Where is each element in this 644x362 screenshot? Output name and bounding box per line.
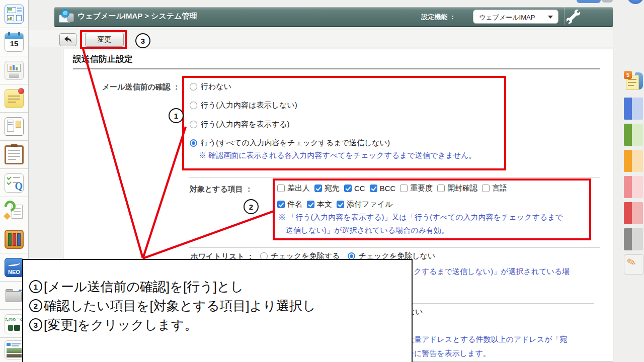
checkbox-icon bbox=[337, 201, 344, 208]
chevron-down-icon bbox=[548, 16, 553, 19]
label-tab-pink[interactable] bbox=[624, 176, 643, 198]
settings-function-value: ウェブメールIMAP bbox=[479, 13, 535, 22]
radio-label: 行う(入力内容は表示しない) bbox=[201, 101, 297, 110]
checkbox-icon bbox=[314, 185, 322, 192]
bulletin-board-icon bbox=[5, 117, 24, 136]
checkbox-attachment[interactable]: 添付ファイル bbox=[337, 200, 392, 209]
checkbox-icon bbox=[400, 185, 408, 192]
sticky-note-icon bbox=[5, 89, 24, 108]
portal-icon bbox=[5, 5, 24, 24]
checkbox-label: BCC bbox=[380, 184, 396, 193]
radio-option-no-display[interactable]: 行う(入力内容は表示しない) bbox=[190, 101, 297, 110]
instruction-text: 確認したい項目を[対象とする項目]より選択し bbox=[44, 297, 316, 315]
banner-photo-icon bbox=[5, 340, 24, 359]
label-tab-gray[interactable] bbox=[624, 228, 643, 250]
checkbox-label: 言語 bbox=[492, 184, 507, 193]
radio-option-check-all[interactable]: 行う(すべての入力内容をチェックするまで送信しない) bbox=[190, 138, 390, 148]
radio-label: 行う(入力内容を表示する) bbox=[201, 120, 289, 129]
heading-rule bbox=[73, 68, 600, 69]
checkbox-subject[interactable]: 件名 bbox=[277, 200, 302, 209]
partial-note-fragment: 大量アドレスとする件数以上のアドレスが「宛 bbox=[407, 335, 568, 344]
clipped-toolbar-blob bbox=[577, 0, 601, 3]
back-arrow-icon bbox=[63, 36, 72, 44]
notification-count-badge: 5 bbox=[624, 71, 632, 79]
step-number: 3 bbox=[29, 318, 42, 331]
calendar-day-label: 15 bbox=[5, 39, 23, 48]
confirm-note: ※ 確認画面に表示される各入力内容すべてをチェックするまで送信できません。 bbox=[199, 151, 476, 160]
checkbox-label: 宛先 bbox=[325, 184, 340, 193]
wrench-icon bbox=[567, 10, 582, 24]
instruction-note-box: 1 [メール送信前の確認]を[行う]とし 2 確認したい項目を[対象とする項目]… bbox=[22, 259, 413, 362]
step-badge-3: 3 bbox=[135, 33, 150, 48]
sidebar-item-memo[interactable] bbox=[0, 84, 28, 113]
checkbox-body[interactable]: 本文 bbox=[307, 200, 332, 209]
items-note-line1: ※ 「行う(入力内容を表示する)」又は「行う(すべての入力内容をチェックするまで bbox=[278, 213, 563, 222]
settings-wrench-button[interactable] bbox=[567, 10, 582, 24]
label-tab-blue[interactable] bbox=[624, 98, 643, 120]
instruction-text: [変更]をクリックします。 bbox=[44, 316, 197, 334]
radio-option-none[interactable]: 行わない bbox=[190, 82, 231, 92]
clipped-gray-blob bbox=[602, 0, 613, 3]
checkbox-label: 本文 bbox=[317, 200, 332, 209]
app-header: @ ウェブメールIMAP > システム管理 設定機能 ： ウェブメールIMAP bbox=[54, 7, 613, 27]
checkbox-bcc[interactable]: BCC bbox=[370, 184, 396, 193]
clipped-circle-icon bbox=[627, 0, 644, 4]
radio-icon[interactable] bbox=[190, 102, 197, 109]
radio-icon[interactable] bbox=[190, 121, 197, 128]
partial-note-fragment: 合に警告を表示します。 bbox=[407, 349, 491, 358]
checkbox-icon bbox=[277, 201, 285, 208]
checkbox-read-receipt[interactable]: 開封確認 bbox=[437, 184, 477, 193]
checkbox-icon bbox=[482, 185, 490, 192]
settings-function-select[interactable]: ウェブメールIMAP bbox=[473, 10, 558, 24]
notification-icon[interactable]: 5 bbox=[624, 71, 643, 93]
label-tab-red[interactable] bbox=[624, 202, 643, 224]
label-tab-orange[interactable] bbox=[624, 150, 643, 172]
header-divider bbox=[564, 7, 565, 25]
checkbox-icon bbox=[277, 185, 285, 192]
radio-label: 行わない bbox=[201, 82, 231, 92]
neo-icon: NEO bbox=[5, 258, 24, 277]
step-badge-2: 2 bbox=[244, 199, 259, 214]
change-button-label: 変更 bbox=[98, 35, 112, 44]
edit-pencil-tile[interactable]: ✎ bbox=[624, 254, 644, 275]
instruction-line: 2 確認したい項目を[対象とする項目]より選択し bbox=[29, 296, 412, 315]
sidebar-item-clipboard[interactable] bbox=[0, 141, 28, 169]
sidebar-item-board[interactable] bbox=[0, 113, 28, 141]
checkbox-icon bbox=[370, 185, 377, 192]
folder-icon bbox=[5, 286, 24, 305]
sidebar-item-workflow[interactable] bbox=[0, 197, 28, 225]
sidebar-item-search-list[interactable]: Q bbox=[0, 169, 28, 197]
label-tab-green[interactable] bbox=[624, 124, 643, 146]
breadcrumb-title: ウェブメールIMAP > システム管理 bbox=[77, 12, 197, 21]
bookshelf-icon bbox=[5, 230, 24, 249]
checkbox-label: 件名 bbox=[287, 200, 302, 209]
change-button[interactable]: 変更 bbox=[85, 33, 124, 47]
checkbox-priority[interactable]: 重要度 bbox=[400, 184, 433, 193]
radio-icon[interactable] bbox=[190, 139, 197, 147]
step-number: 1 bbox=[29, 280, 42, 293]
instruction-text: [メール送信前の確認]を[行う]とし bbox=[44, 278, 244, 296]
radio-icon[interactable] bbox=[190, 83, 197, 90]
instruction-line: 1 [メール送信前の確認]を[行う]とし bbox=[29, 277, 412, 296]
section-divider bbox=[189, 247, 600, 248]
settings-function-label: 設定機能 ： bbox=[421, 13, 456, 22]
radio-label: 行う(すべての入力内容をチェックするまで送信しない) bbox=[201, 138, 390, 148]
webmail-app-icon: @ bbox=[59, 9, 75, 23]
sidebar-item-calendar[interactable]: 15 bbox=[0, 28, 28, 56]
checkbox-sender[interactable]: 差出人 bbox=[277, 184, 310, 193]
radio-option-display[interactable]: 行う(入力内容を表示する) bbox=[190, 120, 289, 129]
calendar-icon: 15 bbox=[5, 33, 24, 52]
neo-label: NEO bbox=[5, 269, 23, 275]
checkbox-to[interactable]: 宛先 bbox=[314, 184, 340, 193]
presentation-icon bbox=[5, 61, 24, 80]
sidebar-item-presentation[interactable] bbox=[0, 56, 28, 84]
screen: 15 bbox=[0, 0, 644, 362]
sidebar-item-portal[interactable] bbox=[0, 0, 28, 28]
checkbox-language[interactable]: 言語 bbox=[482, 184, 507, 193]
back-button[interactable] bbox=[59, 33, 76, 46]
sidebar-item-bookshelf[interactable] bbox=[0, 225, 28, 253]
checkbox-icon bbox=[307, 201, 314, 208]
checkbox-label: 添付ファイル bbox=[347, 200, 392, 209]
tanomeru-logo-icon: たのめーる bbox=[5, 314, 24, 333]
checkbox-cc[interactable]: CC bbox=[344, 184, 365, 193]
